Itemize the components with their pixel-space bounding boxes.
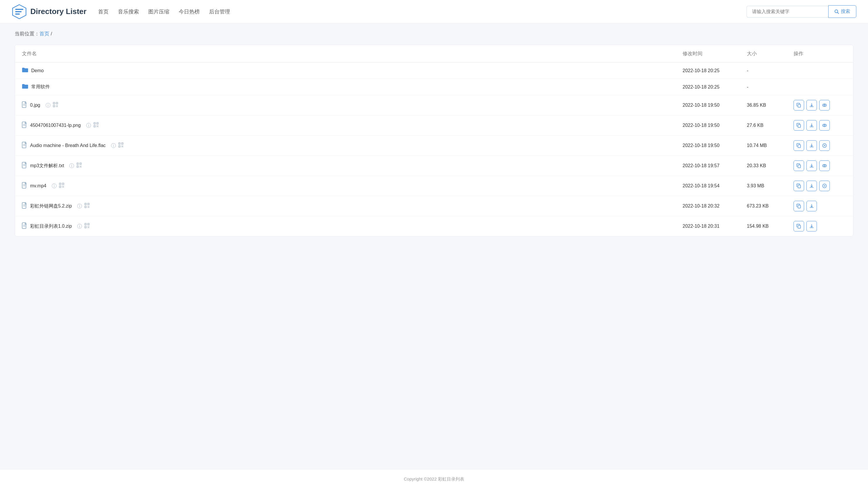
download-button[interactable] bbox=[806, 201, 817, 211]
nav-music[interactable]: 音乐搜索 bbox=[118, 8, 139, 15]
table-row: 彩虹外链网盘5.2.zip ⓘ 2022-10-18 20:32 673.23 … bbox=[15, 196, 853, 216]
download-button[interactable] bbox=[806, 161, 817, 171]
svg-rect-74 bbox=[22, 182, 26, 188]
file-table: 文件名 修改时间 大小 操作 Demo 2022-10-18 20:25 - bbox=[14, 45, 854, 236]
logo[interactable]: Directory Lister bbox=[12, 4, 86, 19]
view-button[interactable] bbox=[819, 120, 830, 131]
file-modified: 2022-10-18 20:31 bbox=[683, 224, 747, 229]
info-icon[interactable]: ⓘ bbox=[69, 163, 74, 169]
svg-rect-34 bbox=[97, 126, 97, 127]
svg-rect-53 bbox=[122, 146, 123, 147]
main-nav: 首页 音乐搜索 图片压缩 今日热榜 后台管理 bbox=[98, 8, 230, 15]
file-name-cell: 0.jpg ⓘ bbox=[22, 102, 683, 109]
svg-rect-63 bbox=[80, 163, 81, 164]
svg-rect-23 bbox=[22, 122, 26, 128]
info-icon[interactable]: ⓘ bbox=[86, 122, 91, 129]
file-actions bbox=[794, 181, 846, 191]
download-button[interactable] bbox=[806, 140, 817, 151]
footer-copyright: Copyright ©2022 彩虹目录列表 bbox=[404, 477, 464, 481]
file-name-text: 彩虹外链网盘5.2.zip bbox=[30, 203, 72, 209]
file-icon bbox=[22, 202, 27, 210]
play-button[interactable] bbox=[819, 140, 830, 151]
download-button[interactable] bbox=[806, 100, 817, 111]
svg-rect-3 bbox=[15, 13, 20, 15]
file-modified: 2022-10-18 19:57 bbox=[683, 163, 747, 168]
header: Directory Lister 首页 音乐搜索 图片压缩 今日热榜 后台管理 … bbox=[0, 0, 868, 23]
copy-button[interactable] bbox=[794, 140, 804, 151]
copy-button[interactable] bbox=[794, 221, 804, 231]
qr-icon[interactable] bbox=[93, 122, 99, 129]
search-input[interactable] bbox=[747, 6, 828, 18]
file-name-text: 45047061007431-lp.png bbox=[30, 123, 81, 128]
svg-rect-86 bbox=[63, 187, 64, 188]
qr-icon[interactable] bbox=[59, 183, 64, 190]
col-modified: 修改时间 bbox=[683, 50, 747, 57]
svg-rect-33 bbox=[98, 125, 98, 126]
logo-text: Directory Lister bbox=[30, 7, 86, 16]
svg-rect-114 bbox=[85, 227, 86, 227]
nav-home[interactable]: 首页 bbox=[98, 8, 108, 15]
svg-rect-80 bbox=[63, 183, 63, 184]
svg-rect-102 bbox=[88, 207, 88, 208]
svg-rect-2 bbox=[15, 11, 22, 12]
copy-button[interactable] bbox=[794, 120, 804, 131]
info-icon[interactable]: ⓘ bbox=[77, 223, 82, 230]
nav-image[interactable]: 图片压缩 bbox=[148, 8, 169, 15]
svg-rect-115 bbox=[88, 226, 88, 227]
svg-rect-44 bbox=[119, 143, 120, 144]
search-button[interactable]: 搜索 bbox=[828, 5, 856, 18]
nav-admin[interactable]: 后台管理 bbox=[209, 8, 230, 15]
copy-button[interactable] bbox=[794, 181, 804, 191]
svg-rect-97 bbox=[88, 204, 89, 204]
svg-rect-88 bbox=[798, 185, 801, 188]
file-name-cell: mv.mp4 ⓘ bbox=[22, 182, 683, 190]
svg-rect-112 bbox=[88, 224, 89, 225]
table-row: Demo 2022-10-18 20:25 - bbox=[15, 62, 853, 79]
info-icon[interactable]: ⓘ bbox=[52, 183, 57, 190]
info-icon[interactable]: ⓘ bbox=[77, 203, 82, 209]
download-button[interactable] bbox=[806, 120, 817, 131]
qr-icon[interactable] bbox=[53, 102, 58, 109]
download-button[interactable] bbox=[806, 181, 817, 191]
svg-rect-70 bbox=[80, 166, 81, 167]
qr-icon[interactable] bbox=[84, 203, 90, 209]
file-size: 10.74 MB bbox=[747, 143, 794, 148]
svg-rect-116 bbox=[89, 226, 89, 227]
file-size: 3.93 MB bbox=[747, 183, 794, 189]
col-actions: 操作 bbox=[794, 50, 846, 57]
breadcrumb-prefix: 当前位置： bbox=[14, 31, 39, 36]
file-actions bbox=[794, 221, 846, 231]
svg-rect-19 bbox=[57, 106, 57, 106]
play-button[interactable] bbox=[819, 181, 830, 191]
svg-rect-95 bbox=[85, 204, 86, 204]
info-icon[interactable]: ⓘ bbox=[45, 102, 51, 109]
svg-rect-66 bbox=[80, 166, 80, 166]
table-row: mv.mp4 ⓘ 2022-10-18 19:54 3.93 MB bbox=[15, 176, 853, 196]
svg-rect-61 bbox=[78, 163, 78, 164]
svg-rect-27 bbox=[94, 123, 95, 124]
copy-button[interactable] bbox=[794, 161, 804, 171]
footer: Copyright ©2022 彩虹目录列表 bbox=[0, 469, 868, 489]
svg-rect-99 bbox=[85, 207, 86, 207]
svg-rect-57 bbox=[22, 162, 26, 168]
svg-rect-82 bbox=[60, 186, 60, 187]
qr-icon[interactable] bbox=[84, 223, 90, 230]
view-button[interactable] bbox=[819, 161, 830, 171]
breadcrumb-home[interactable]: 首页 bbox=[39, 31, 49, 36]
copy-button[interactable] bbox=[794, 201, 804, 211]
qr-icon[interactable] bbox=[118, 142, 124, 149]
svg-rect-84 bbox=[63, 186, 64, 186]
info-icon[interactable]: ⓘ bbox=[111, 142, 116, 149]
header-right: 搜索 bbox=[747, 5, 856, 18]
svg-rect-36 bbox=[97, 126, 98, 126]
logo-icon bbox=[12, 4, 27, 19]
view-button[interactable] bbox=[819, 100, 830, 111]
svg-rect-14 bbox=[54, 106, 54, 106]
download-button[interactable] bbox=[806, 221, 817, 231]
nav-hot[interactable]: 今日热榜 bbox=[179, 8, 200, 15]
file-size: - bbox=[747, 68, 794, 74]
qr-icon[interactable] bbox=[76, 163, 82, 169]
copy-button[interactable] bbox=[794, 100, 804, 111]
svg-rect-91 bbox=[22, 203, 26, 208]
svg-rect-105 bbox=[798, 205, 801, 208]
